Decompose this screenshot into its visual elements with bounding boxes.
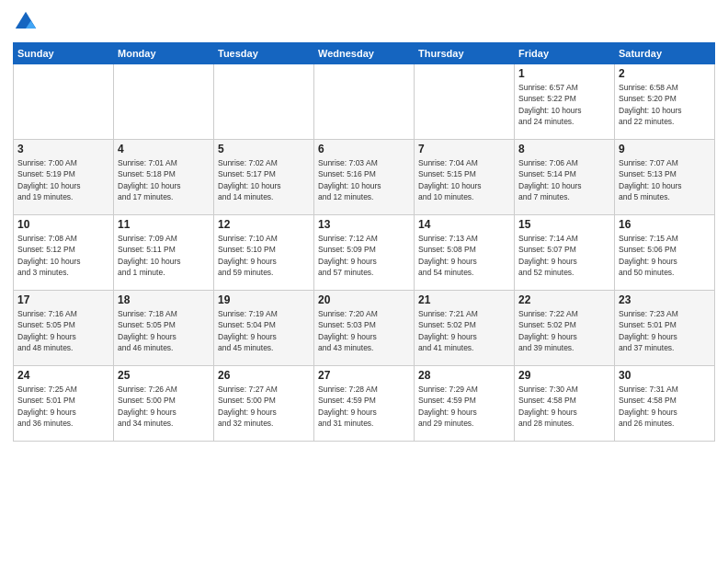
calendar-cell — [114, 64, 214, 140]
calendar-cell: 25Sunrise: 7:26 AM Sunset: 5:00 PM Dayli… — [114, 366, 214, 442]
calendar-cell: 29Sunrise: 7:30 AM Sunset: 4:58 PM Dayli… — [515, 366, 615, 442]
day-number: 23 — [619, 293, 711, 306]
day-number: 18 — [118, 293, 210, 306]
day-number: 11 — [118, 218, 210, 231]
weekday-header: Monday — [114, 43, 214, 64]
day-info: Sunrise: 7:20 AM Sunset: 5:03 PM Dayligh… — [318, 308, 410, 353]
calendar-cell — [214, 64, 314, 140]
day-info: Sunrise: 7:10 AM Sunset: 5:10 PM Dayligh… — [218, 233, 310, 278]
weekday-header: Saturday — [615, 43, 715, 64]
calendar-week-row: 17Sunrise: 7:16 AM Sunset: 5:05 PM Dayli… — [14, 291, 715, 366]
calendar-cell — [314, 64, 415, 140]
day-info: Sunrise: 7:12 AM Sunset: 5:09 PM Dayligh… — [318, 233, 410, 278]
calendar-cell: 26Sunrise: 7:27 AM Sunset: 5:00 PM Dayli… — [214, 366, 314, 442]
day-number: 8 — [518, 143, 610, 155]
calendar-week-row: 10Sunrise: 7:08 AM Sunset: 5:12 PM Dayli… — [14, 215, 715, 291]
day-number: 10 — [17, 218, 109, 231]
day-info: Sunrise: 6:58 AM Sunset: 5:20 PM Dayligh… — [619, 82, 711, 127]
calendar-cell: 18Sunrise: 7:18 AM Sunset: 5:05 PM Dayli… — [114, 291, 214, 366]
logo-icon — [13, 9, 39, 35]
calendar-cell: 14Sunrise: 7:13 AM Sunset: 5:08 PM Dayli… — [415, 215, 515, 291]
day-info: Sunrise: 7:30 AM Sunset: 4:58 PM Dayligh… — [518, 384, 610, 429]
day-info: Sunrise: 7:01 AM Sunset: 5:18 PM Dayligh… — [118, 157, 210, 202]
calendar-cell: 20Sunrise: 7:20 AM Sunset: 5:03 PM Dayli… — [314, 291, 415, 366]
calendar-cell: 28Sunrise: 7:29 AM Sunset: 4:59 PM Dayli… — [415, 366, 515, 442]
calendar-cell: 17Sunrise: 7:16 AM Sunset: 5:05 PM Dayli… — [14, 291, 114, 366]
calendar-cell: 21Sunrise: 7:21 AM Sunset: 5:02 PM Dayli… — [415, 291, 515, 366]
day-info: Sunrise: 7:19 AM Sunset: 5:04 PM Dayligh… — [218, 308, 310, 353]
calendar-cell: 5Sunrise: 7:02 AM Sunset: 5:17 PM Daylig… — [214, 140, 314, 215]
day-number: 30 — [619, 369, 711, 382]
weekday-header: Tuesday — [214, 43, 314, 64]
calendar-week-row: 24Sunrise: 7:25 AM Sunset: 5:01 PM Dayli… — [14, 366, 715, 442]
day-info: Sunrise: 7:08 AM Sunset: 5:12 PM Dayligh… — [17, 233, 109, 278]
calendar-cell: 15Sunrise: 7:14 AM Sunset: 5:07 PM Dayli… — [515, 215, 615, 291]
day-number: 19 — [218, 293, 310, 306]
day-info: Sunrise: 7:13 AM Sunset: 5:08 PM Dayligh… — [418, 233, 510, 278]
day-info: Sunrise: 7:16 AM Sunset: 5:05 PM Dayligh… — [17, 308, 109, 353]
day-info: Sunrise: 7:27 AM Sunset: 5:00 PM Dayligh… — [218, 384, 310, 429]
calendar-cell: 1Sunrise: 6:57 AM Sunset: 5:22 PM Daylig… — [515, 64, 615, 140]
day-info: Sunrise: 7:18 AM Sunset: 5:05 PM Dayligh… — [118, 308, 210, 353]
day-number: 25 — [118, 369, 210, 382]
day-info: Sunrise: 7:03 AM Sunset: 5:16 PM Dayligh… — [318, 157, 410, 202]
day-number: 17 — [17, 293, 109, 306]
weekday-header: Wednesday — [314, 43, 415, 64]
calendar-cell: 23Sunrise: 7:23 AM Sunset: 5:01 PM Dayli… — [615, 291, 715, 366]
calendar-cell: 30Sunrise: 7:31 AM Sunset: 4:58 PM Dayli… — [615, 366, 715, 442]
page-container: SundayMondayTuesdayWednesdayThursdayFrid… — [0, 0, 728, 449]
day-number: 14 — [418, 218, 510, 231]
calendar-cell: 11Sunrise: 7:09 AM Sunset: 5:11 PM Dayli… — [114, 215, 214, 291]
day-info: Sunrise: 7:04 AM Sunset: 5:15 PM Dayligh… — [418, 157, 510, 202]
day-number: 24 — [17, 369, 109, 382]
day-info: Sunrise: 7:23 AM Sunset: 5:01 PM Dayligh… — [619, 308, 711, 353]
day-number: 28 — [418, 369, 510, 382]
calendar-table: SundayMondayTuesdayWednesdayThursdayFrid… — [13, 42, 715, 442]
weekday-header: Friday — [515, 43, 615, 64]
day-number: 4 — [118, 143, 210, 155]
day-number: 12 — [218, 218, 310, 231]
day-number: 22 — [518, 293, 610, 306]
day-number: 1 — [518, 67, 610, 80]
logo — [13, 9, 42, 35]
day-number: 3 — [17, 143, 109, 155]
calendar-cell: 13Sunrise: 7:12 AM Sunset: 5:09 PM Dayli… — [314, 215, 415, 291]
day-info: Sunrise: 7:21 AM Sunset: 5:02 PM Dayligh… — [418, 308, 510, 353]
day-info: Sunrise: 7:26 AM Sunset: 5:00 PM Dayligh… — [118, 384, 210, 429]
day-number: 5 — [218, 143, 310, 155]
calendar-cell: 16Sunrise: 7:15 AM Sunset: 5:06 PM Dayli… — [615, 215, 715, 291]
day-info: Sunrise: 7:22 AM Sunset: 5:02 PM Dayligh… — [518, 308, 610, 353]
day-info: Sunrise: 6:57 AM Sunset: 5:22 PM Dayligh… — [518, 82, 610, 127]
day-number: 15 — [518, 218, 610, 231]
calendar-cell: 6Sunrise: 7:03 AM Sunset: 5:16 PM Daylig… — [314, 140, 415, 215]
day-number: 26 — [218, 369, 310, 382]
day-number: 20 — [318, 293, 410, 306]
calendar-cell: 22Sunrise: 7:22 AM Sunset: 5:02 PM Dayli… — [515, 291, 615, 366]
calendar-cell: 27Sunrise: 7:28 AM Sunset: 4:59 PM Dayli… — [314, 366, 415, 442]
calendar-week-row: 1Sunrise: 6:57 AM Sunset: 5:22 PM Daylig… — [14, 64, 715, 140]
day-number: 16 — [619, 218, 711, 231]
day-number: 21 — [418, 293, 510, 306]
day-info: Sunrise: 7:31 AM Sunset: 4:58 PM Dayligh… — [619, 384, 711, 429]
calendar-cell: 24Sunrise: 7:25 AM Sunset: 5:01 PM Dayli… — [14, 366, 114, 442]
day-info: Sunrise: 7:14 AM Sunset: 5:07 PM Dayligh… — [518, 233, 610, 278]
day-info: Sunrise: 7:02 AM Sunset: 5:17 PM Dayligh… — [218, 157, 310, 202]
weekday-header-row: SundayMondayTuesdayWednesdayThursdayFrid… — [14, 43, 715, 64]
calendar-cell: 3Sunrise: 7:00 AM Sunset: 5:19 PM Daylig… — [14, 140, 114, 215]
day-number: 13 — [318, 218, 410, 231]
calendar-week-row: 3Sunrise: 7:00 AM Sunset: 5:19 PM Daylig… — [14, 140, 715, 215]
day-info: Sunrise: 7:15 AM Sunset: 5:06 PM Dayligh… — [619, 233, 711, 278]
day-info: Sunrise: 7:28 AM Sunset: 4:59 PM Dayligh… — [318, 384, 410, 429]
calendar-cell: 10Sunrise: 7:08 AM Sunset: 5:12 PM Dayli… — [14, 215, 114, 291]
calendar-cell: 8Sunrise: 7:06 AM Sunset: 5:14 PM Daylig… — [515, 140, 615, 215]
calendar-cell — [14, 64, 114, 140]
day-info: Sunrise: 7:25 AM Sunset: 5:01 PM Dayligh… — [17, 384, 109, 429]
day-info: Sunrise: 7:07 AM Sunset: 5:13 PM Dayligh… — [619, 157, 711, 202]
calendar-cell: 7Sunrise: 7:04 AM Sunset: 5:15 PM Daylig… — [415, 140, 515, 215]
day-info: Sunrise: 7:06 AM Sunset: 5:14 PM Dayligh… — [518, 157, 610, 202]
day-number: 9 — [619, 143, 711, 155]
header — [13, 9, 715, 35]
day-info: Sunrise: 7:29 AM Sunset: 4:59 PM Dayligh… — [418, 384, 510, 429]
day-number: 7 — [418, 143, 510, 155]
weekday-header: Thursday — [415, 43, 515, 64]
